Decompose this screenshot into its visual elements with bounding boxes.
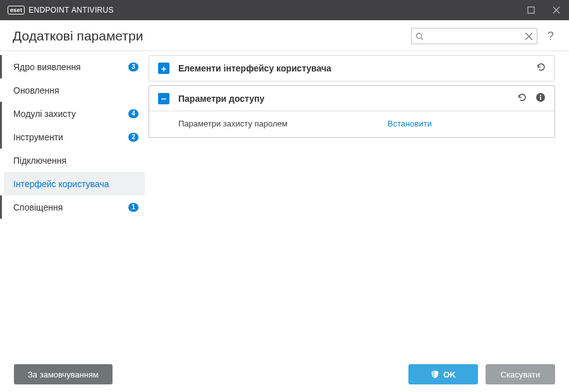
sidebar-item-label: Модулі захисту: [13, 109, 122, 119]
search-box[interactable]: [411, 28, 537, 44]
defaults-button[interactable]: За замовчуванням: [14, 364, 113, 384]
sidebar-item-0[interactable]: Ядро виявлення3: [0, 55, 149, 78]
sidebar-badge: 1: [128, 203, 138, 212]
window-maximize-button[interactable]: [518, 0, 544, 20]
panel-title: Елементи інтерфейсу користувача: [178, 63, 527, 73]
sidebar-item-2[interactable]: Модулі захисту4: [0, 102, 149, 125]
product-name: ENDPOINT ANTIVIRUS: [28, 6, 114, 15]
close-icon: [553, 6, 560, 14]
undo-icon[interactable]: [535, 62, 546, 75]
panel-actions: [517, 92, 546, 105]
sidebar-item-label: Підключення: [13, 156, 138, 166]
svg-point-1: [417, 33, 422, 38]
panel-body: Параметри захисту паролемВстановити: [149, 111, 554, 137]
panel-header[interactable]: –Параметри доступу: [149, 86, 554, 111]
window-close-button[interactable]: [544, 0, 569, 20]
sidebar: Ядро виявлення3ОновленняМодулі захисту4І…: [0, 51, 149, 357]
ok-button[interactable]: OK: [408, 364, 478, 384]
search-input[interactable]: [427, 32, 521, 40]
sidebar-item-label: Ядро виявлення: [13, 62, 122, 72]
undo-icon[interactable]: [517, 92, 527, 105]
sidebar-item-4[interactable]: Підключення: [0, 149, 149, 172]
expand-icon: +: [158, 63, 169, 74]
shield-icon: [431, 370, 439, 379]
ok-button-label: OK: [443, 370, 456, 379]
sidebar-item-label: Оновлення: [13, 85, 138, 95]
footer: За замовчуванням OK Скасувати: [0, 357, 569, 392]
sidebar-item-label: Інтерфейс користувача: [13, 179, 135, 189]
product-prefix: ENDPOINT: [28, 6, 69, 15]
maximize-icon: [527, 6, 535, 14]
clear-search-icon[interactable]: [525, 32, 533, 40]
search-icon: [415, 32, 424, 40]
brand-badge: eset: [8, 6, 25, 15]
product-logo: eset ENDPOINT ANTIVIRUS: [8, 6, 114, 15]
sidebar-item-label: Інструменти: [13, 132, 122, 142]
titlebar: eset ENDPOINT ANTIVIRUS: [0, 0, 569, 20]
sidebar-badge: 3: [128, 63, 138, 71]
sidebar-item-1[interactable]: Оновлення: [0, 78, 149, 102]
collapse-icon: –: [158, 93, 169, 104]
setting-label: Параметри захисту паролем: [178, 119, 388, 128]
product-suffix: ANTIVIRUS: [71, 6, 114, 15]
sidebar-badge: 4: [128, 109, 138, 118]
panel-actions: [535, 62, 546, 75]
sidebar-item-label: Сповіщення: [13, 202, 122, 212]
svg-rect-4: [540, 95, 541, 96]
help-button[interactable]: ?: [545, 30, 556, 43]
sidebar-item-5[interactable]: Інтерфейс користувача: [4, 172, 145, 195]
sidebar-item-3[interactable]: Інструменти2: [0, 125, 149, 149]
page-title: Додаткові параметри: [13, 28, 403, 44]
sidebar-item-6[interactable]: Сповіщення1: [0, 195, 149, 219]
panel-1: –Параметри доступуПараметри захисту паро…: [149, 85, 555, 138]
svg-rect-3: [540, 97, 541, 100]
panel-header[interactable]: +Елементи інтерфейсу користувача: [149, 56, 554, 81]
content-area: +Елементи інтерфейсу користувача–Парамет…: [149, 51, 569, 357]
setting-action-link[interactable]: Встановити: [388, 119, 432, 128]
info-icon[interactable]: [535, 92, 546, 105]
setting-row-0: Параметри захисту паролемВстановити: [178, 119, 546, 128]
panel-0: +Елементи інтерфейсу користувача: [149, 55, 555, 82]
panel-title: Параметри доступу: [178, 94, 508, 104]
header: Додаткові параметри ?: [0, 20, 569, 51]
sidebar-badge: 2: [128, 133, 138, 142]
svg-rect-0: [528, 7, 534, 13]
cancel-button[interactable]: Скасувати: [486, 364, 555, 384]
